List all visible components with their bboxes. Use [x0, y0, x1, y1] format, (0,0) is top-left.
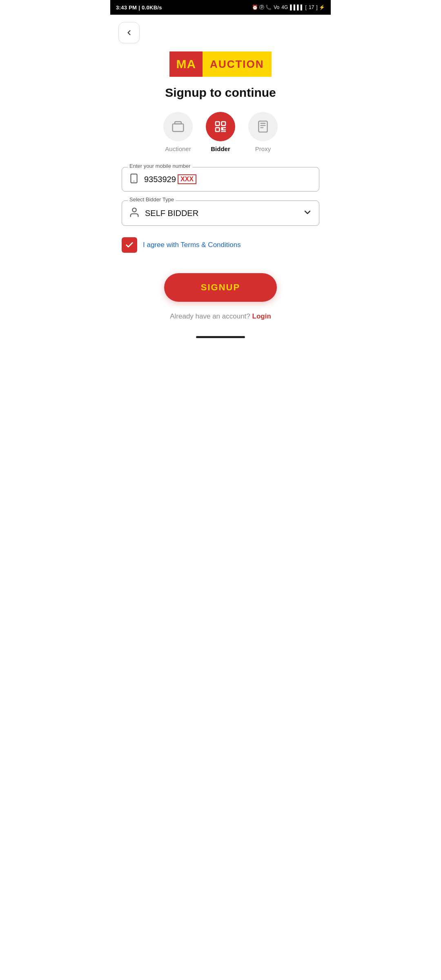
bidder-type-group[interactable]: Select Bidder Type SELF BIDDER	[122, 200, 319, 226]
role-bidder[interactable]: Bidder	[206, 112, 235, 152]
logo-auction: AUCTION	[203, 51, 271, 77]
proxy-label: Proxy	[255, 145, 271, 152]
login-link[interactable]: Login	[252, 312, 271, 320]
terms-checkbox[interactable]	[122, 237, 137, 253]
login-row: Already have an account? Login	[110, 312, 331, 321]
terms-row: I agree with Terms & Conditions	[110, 237, 331, 253]
svg-point-10	[132, 208, 136, 212]
already-account-text: Already have an account?	[170, 312, 250, 320]
masked-digits: XXX	[178, 174, 196, 184]
svg-rect-2	[222, 122, 225, 125]
auctioner-label: Auctioner	[165, 145, 191, 152]
role-auctioner[interactable]: Auctioner	[163, 112, 193, 152]
bidder-label: Bidder	[211, 145, 230, 152]
logo-wrap: MA AUCTION	[110, 51, 331, 77]
auctioner-icon-circle	[163, 112, 193, 141]
bidder-type-label: Select Bidder Type	[128, 196, 176, 203]
bidder-type-value: SELF BIDDER	[145, 209, 303, 218]
bidder-icon-circle	[206, 112, 235, 141]
svg-rect-8	[131, 174, 137, 183]
signup-button[interactable]: SIGNUP	[164, 273, 277, 302]
back-button-wrap	[110, 15, 331, 47]
role-selector: Auctioner Bidder Proxy	[110, 112, 331, 152]
svg-rect-0	[173, 124, 184, 131]
svg-rect-4	[258, 121, 267, 132]
svg-rect-1	[216, 122, 219, 125]
chevron-down-icon	[303, 207, 312, 219]
person-icon	[129, 207, 140, 220]
phone-icon	[129, 173, 139, 185]
page-title: Signup to continue	[110, 86, 331, 100]
mobile-value[interactable]: 9353929XXX	[144, 174, 196, 184]
signup-button-wrap: SIGNUP	[110, 273, 331, 302]
svg-rect-3	[216, 128, 219, 131]
back-button[interactable]	[118, 22, 140, 43]
terms-text[interactable]: I agree with Terms & Conditions	[143, 241, 241, 249]
logo-ma: MA	[169, 51, 203, 77]
form: Enter your mobile number 9353929XXX Sele…	[110, 167, 331, 226]
status-icons: ⏰ ⓟ 📞 Vo 4G ▌▌▌▌ [17] ⚡	[252, 4, 325, 11]
logo: MA AUCTION	[169, 51, 271, 77]
proxy-icon-circle	[248, 112, 278, 141]
mobile-input-group[interactable]: Enter your mobile number 9353929XXX	[122, 167, 319, 192]
mobile-field-label: Enter your mobile number	[128, 163, 192, 169]
status-bar: 3:43 PM | 0.0KB/s ⏰ ⓟ 📞 Vo 4G ▌▌▌▌ [17] …	[110, 0, 331, 15]
bottom-indicator	[196, 336, 245, 338]
bottom-bar	[110, 333, 331, 345]
status-time: 3:43 PM | 0.0KB/s	[116, 4, 162, 11]
role-proxy[interactable]: Proxy	[248, 112, 278, 152]
